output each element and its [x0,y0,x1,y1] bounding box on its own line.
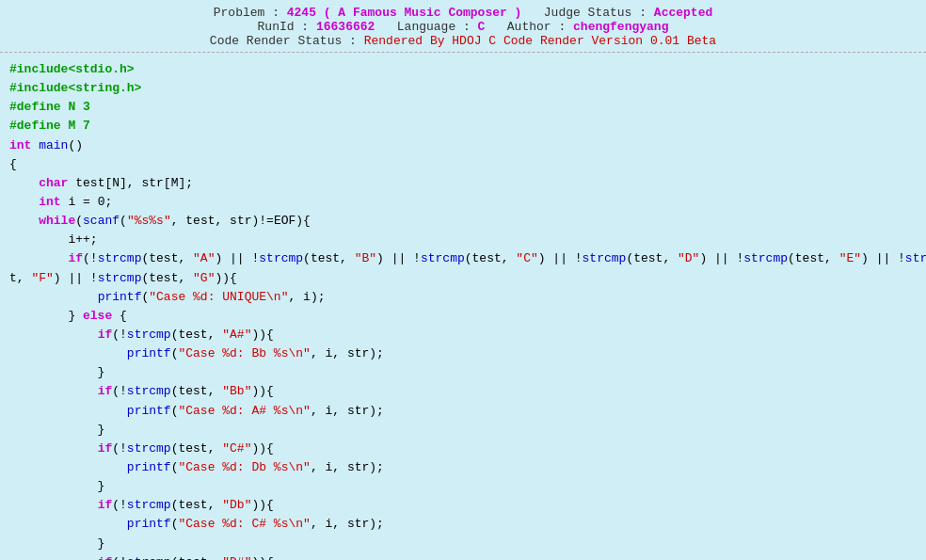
code-line: while(scanf("%s%s", test, str)!=EOF){ [9,212,917,231]
code-line: if(!strcmp(test, "A") || !strcmp(test, "… [9,249,917,268]
judge-value: Accepted [654,6,712,20]
render-label: Code Render Status : [210,34,364,48]
header-line3: Code Render Status : Rendered By HDOJ C … [0,34,926,48]
problem-label: Problem : [214,6,287,20]
code-area: #include<stdio.h> #include<string.h> #de… [0,53,926,560]
code-line: if(!strcmp(test, "Bb")){ [9,382,917,401]
code-line: printf("Case %d: UNIQUE\n", i); [9,288,917,307]
lang-label: Language : [375,20,477,34]
header-line2: RunId : 16636662 Language : C Author : c… [0,20,926,34]
code-line: if(!strcmp(test, "Db")){ [9,496,917,515]
code-line: if(!strcmp(test, "D#")){ [9,553,917,560]
code-line: #define N 3 [9,98,917,117]
runid-value: 16636662 [316,20,375,34]
judge-label: Judge Status : [521,6,653,20]
header: Problem : 4245 ( A Famous Music Composer… [0,0,926,53]
render-value: Rendered By HDOJ C Code Render Version 0… [364,34,716,48]
code-line: } [9,535,917,553]
code-line: } [9,477,917,496]
code-line: } else { [9,307,917,326]
code-line: printf("Case %d: C# %s\n", i, str); [9,515,917,534]
author-label: Author : [485,20,573,34]
author-value: chengfengyang [573,20,668,34]
code-line: #include<string.h> [9,79,917,98]
code-line: i++; [9,231,917,249]
code-line: if(!strcmp(test, "C#")){ [9,440,917,458]
code-line: if(!strcmp(test, "A#")){ [9,326,917,344]
code-line: printf("Case %d: Bb %s\n", i, str); [9,344,917,363]
code-line: t, "F") || !strcmp(test, "G")){ [9,269,917,288]
code-line: int main() [9,136,917,155]
code-line: } [9,421,917,440]
runid-label: RunId : [258,20,316,34]
problem-value: 4245 ( A Famous Music Composer ) [287,6,522,20]
code-line: } [9,363,917,382]
code-line: #include<stdio.h> [9,60,917,79]
header-line1: Problem : 4245 ( A Famous Music Composer… [0,6,926,20]
code-line: printf("Case %d: Db %s\n", i, str); [9,458,917,477]
code-line: printf("Case %d: A# %s\n", i, str); [9,402,917,421]
code-line: { [9,155,917,174]
code-line: #define M 7 [9,117,917,136]
code-line: int i = 0; [9,193,917,212]
code-line: char test[N], str[M]; [9,174,917,193]
